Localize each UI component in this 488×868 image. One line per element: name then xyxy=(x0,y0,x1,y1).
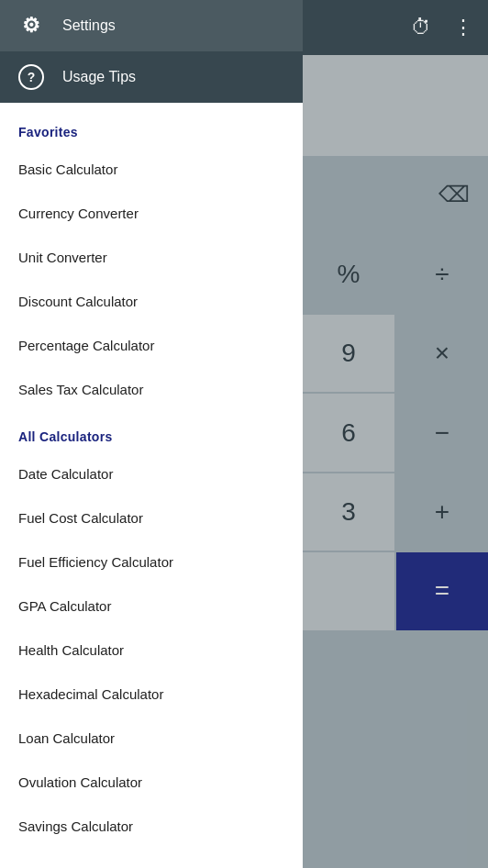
sales-tax-calculator-label: Sales Tax Calculator xyxy=(18,382,143,397)
percentage-calculator-label: Percentage Calculator xyxy=(18,338,154,353)
fuel-efficiency-calculator-label: Fuel Efficiency Calculator xyxy=(18,554,173,570)
favorite-sales-tax-calculator[interactable]: Sales Tax Calculator xyxy=(0,367,303,411)
history-icon[interactable]: ⏱ xyxy=(411,16,431,39)
drawer-body: Favorites Basic Calculator Currency Conv… xyxy=(0,103,303,868)
all-fuel-efficiency-calculator[interactable]: Fuel Efficiency Calculator xyxy=(0,540,303,584)
health-calculator-label: Health Calculator xyxy=(18,642,124,658)
unit-converter-label: Unit Converter xyxy=(18,250,107,265)
navigation-drawer: ⚙ Settings ? Usage Tips Favorites Basic … xyxy=(0,0,303,868)
drawer-header: ⚙ Settings ? Usage Tips xyxy=(0,0,303,103)
settings-menu-item[interactable]: ⚙ Settings xyxy=(0,0,303,51)
all-health-calculator[interactable]: Health Calculator xyxy=(0,628,303,672)
discount-calculator-label: Discount Calculator xyxy=(18,294,138,309)
dim-overlay xyxy=(303,55,488,868)
usage-tips-label: Usage Tips xyxy=(62,69,136,85)
date-calculator-label: Date Calculator xyxy=(18,466,113,482)
hexadecimal-calculator-label: Hexadecimal Calculator xyxy=(18,686,163,702)
fuel-cost-calculator-label: Fuel Cost Calculator xyxy=(18,510,143,526)
favorite-basic-calculator[interactable]: Basic Calculator xyxy=(0,147,303,191)
basic-calculator-label: Basic Calculator xyxy=(18,161,117,177)
favorite-percentage-calculator[interactable]: Percentage Calculator xyxy=(0,323,303,367)
favorites-section-title: Favorites xyxy=(0,114,303,147)
all-ovulation-calculator[interactable]: Ovulation Calculator xyxy=(0,760,303,804)
savings-calculator-label: Savings Calculator xyxy=(18,818,133,834)
question-icon: ? xyxy=(18,64,44,90)
gear-icon: ⚙ xyxy=(18,13,44,39)
currency-converter-label: Currency Converter xyxy=(18,206,139,221)
settings-label: Settings xyxy=(62,17,116,34)
favorite-discount-calculator[interactable]: Discount Calculator xyxy=(0,279,303,323)
all-gpa-calculator[interactable]: GPA Calculator xyxy=(0,584,303,628)
ovulation-calculator-label: Ovulation Calculator xyxy=(18,774,142,790)
favorite-currency-converter[interactable]: Currency Converter xyxy=(0,191,303,235)
gpa-calculator-label: GPA Calculator xyxy=(18,598,111,614)
usage-tips-menu-item[interactable]: ? Usage Tips xyxy=(0,51,303,103)
favorite-unit-converter[interactable]: Unit Converter xyxy=(0,235,303,279)
all-calculators-section-title: All Calculators xyxy=(0,418,303,451)
all-hexadecimal-calculator[interactable]: Hexadecimal Calculator xyxy=(0,672,303,716)
section-divider xyxy=(0,411,303,418)
all-date-calculator[interactable]: Date Calculator xyxy=(0,451,303,495)
loan-calculator-label: Loan Calculator xyxy=(18,730,115,746)
all-savings-calculator[interactable]: Savings Calculator xyxy=(0,804,303,848)
all-loan-calculator[interactable]: Loan Calculator xyxy=(0,716,303,760)
all-fuel-cost-calculator[interactable]: Fuel Cost Calculator xyxy=(0,495,303,540)
more-options-icon[interactable]: ⋮ xyxy=(453,16,473,39)
